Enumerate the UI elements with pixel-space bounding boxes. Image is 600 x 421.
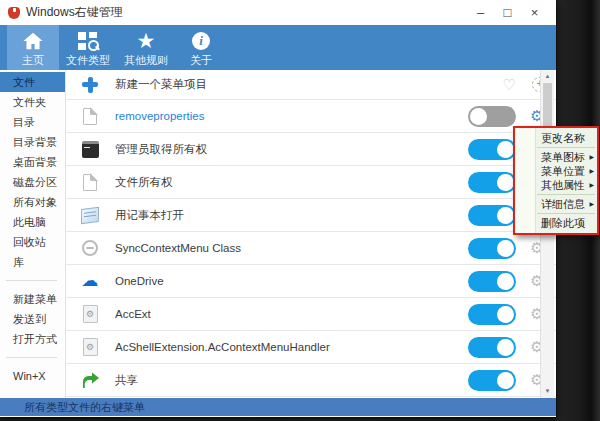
toggle-acshellextension[interactable] <box>468 337 516 358</box>
status-bar: 所有类型文件的右键菜单 <box>0 398 556 416</box>
sidebar-item-new-menu[interactable]: 新建菜单 <box>0 289 65 309</box>
share-icon <box>80 370 100 390</box>
sidebar-item-folders[interactable]: 文件夹 <box>0 92 65 112</box>
list-item-open-with-notepad: 用记事本打开 ⚙ <box>66 199 556 232</box>
toggle-onedrive[interactable] <box>468 271 516 292</box>
list-item-label: 管理员取得所有权 <box>115 142 207 157</box>
app-logo-icon <box>8 7 20 19</box>
toggle-file-ownership[interactable] <box>468 172 516 193</box>
list-item-file-ownership: 文件所有权 ⚙ <box>66 166 556 199</box>
sidebar-item-disk-partition[interactable]: 磁盘分区 <box>0 172 65 192</box>
menu-separator <box>537 194 595 195</box>
sidebar-item-open-with[interactable]: 打开方式 <box>0 329 65 349</box>
list-item-label: SyncContextMenu Class <box>115 242 241 254</box>
toggle-open-with-notepad[interactable] <box>468 205 516 226</box>
list-item-label: AccExt <box>115 308 151 320</box>
context-menu-inner: 更改名称 菜单图标 ▶ 菜单位置 ▶ 其他属性 ▶ 详细信息 ▶ 删除此项 <box>515 128 597 233</box>
star-icon: ★ <box>117 29 175 52</box>
toggle-accext[interactable] <box>468 304 516 325</box>
list-item-onedrive: ☁ OneDrive ⚙ <box>66 265 556 298</box>
app-body: 文件 文件夹 目录 目录背景 桌面背景 磁盘分区 所有对象 此电脑 回收站 库 … <box>0 70 556 398</box>
sidebar-item-directory[interactable]: 目录 <box>0 112 65 132</box>
menu-separator <box>537 213 595 214</box>
favorite-heart-icon[interactable]: ♡ <box>503 77 516 93</box>
sidebar-item-recycle-bin[interactable]: 回收站 <box>0 232 65 252</box>
close-button[interactable]: × <box>521 0 548 25</box>
file-types-icon <box>59 29 117 52</box>
list-item-label: 用记事本打开 <box>115 208 184 223</box>
menu-separator <box>537 147 595 148</box>
extension-icon: ⚙ <box>80 304 100 324</box>
menu-item-menu-position[interactable]: 菜单位置 ▶ <box>515 164 597 178</box>
list-item-acshellextension: ⚙ AcShellExtension.AcContextMenuHandler … <box>66 331 556 364</box>
sidebar-item-all-objects[interactable]: 所有对象 <box>0 192 65 212</box>
list-item-accext: ⚙ AccExt ⚙ <box>66 298 556 331</box>
document-icon <box>80 106 100 126</box>
info-icon: i <box>175 29 227 52</box>
window-controls: – □ × <box>467 0 548 25</box>
main-toolbar: 主页 文件类型 ★ 其他规则 i 关于 <box>0 25 556 70</box>
sidebar-item-send-to[interactable]: 发送到 <box>0 309 65 329</box>
scroll-up-icon[interactable]: ▲ <box>541 70 554 83</box>
sidebar-divider <box>6 357 57 358</box>
list-item-take-ownership: 管理员取得所有权 ⚙ <box>66 133 556 166</box>
tab-home[interactable]: 主页 <box>7 25 59 70</box>
menu-item-label: 菜单位置 <box>541 165 585 177</box>
tab-home-label: 主页 <box>7 53 59 68</box>
menu-item-label: 其他属性 <box>541 179 585 191</box>
sidebar-item-directory-background[interactable]: 目录背景 <box>0 132 65 152</box>
onedrive-cloud-icon: ☁ <box>80 271 100 291</box>
app-window: Windows右键管理 – □ × 主页 文件类型 ★ 其他规则 i 关于 <box>0 0 556 417</box>
item-context-menu: 更改名称 菜单图标 ▶ 菜单位置 ▶ 其他属性 ▶ 详细信息 ▶ 删除此项 <box>513 126 599 235</box>
sidebar-item-win-x[interactable]: Win+X <box>0 366 65 386</box>
tab-file-types[interactable]: 文件类型 <box>59 25 117 70</box>
blocked-icon <box>80 238 100 258</box>
submenu-arrow-icon: ▶ <box>589 150 594 164</box>
tab-other-rules-label: 其他规则 <box>117 53 175 68</box>
extension-icon: ⚙ <box>80 337 100 357</box>
submenu-arrow-icon: ▶ <box>589 164 594 178</box>
menu-item-menu-icon[interactable]: 菜单图标 ▶ <box>515 150 597 164</box>
menu-item-delete[interactable]: 删除此项 <box>515 216 597 230</box>
list-item-label: AcShellExtension.AcContextMenuHandler <box>115 341 330 353</box>
sidebar-item-files[interactable]: 文件 <box>0 72 65 92</box>
tab-about[interactable]: i 关于 <box>175 25 227 70</box>
list-item-label: 文件所有权 <box>115 175 173 190</box>
list-item-label: 共享 <box>115 373 138 388</box>
menu-item-list: 新建一个菜单项目 ♡ + removeproperties ⚙ 管理员取得所有权… <box>66 70 556 398</box>
list-item-removeproperties: removeproperties ⚙ <box>66 100 556 133</box>
minimize-button[interactable]: – <box>467 0 494 25</box>
list-item-label[interactable]: removeproperties <box>115 110 204 122</box>
toggle-synccontextmenu[interactable] <box>468 238 516 259</box>
sidebar-item-library[interactable]: 库 <box>0 252 65 272</box>
menu-item-other-properties[interactable]: 其他属性 ▶ <box>515 178 597 192</box>
title-bar: Windows右键管理 – □ × <box>0 0 556 25</box>
add-icon <box>80 75 100 95</box>
document-icon <box>80 172 100 192</box>
sidebar-item-this-pc[interactable]: 此电脑 <box>0 212 65 232</box>
list-item-label: OneDrive <box>115 275 164 287</box>
maximize-button[interactable]: □ <box>494 0 521 25</box>
menu-item-label: 详细信息 <box>541 198 585 210</box>
menu-item-rename[interactable]: 更改名称 <box>515 131 597 145</box>
submenu-arrow-icon: ▶ <box>589 197 594 211</box>
scroll-down-icon[interactable]: ▼ <box>541 385 554 398</box>
list-item-add-new[interactable]: 新建一个菜单项目 ♡ + <box>66 70 556 100</box>
list-item-share: 共享 ⚙ <box>66 364 556 397</box>
cmd-icon <box>80 139 100 159</box>
sidebar: 文件 文件夹 目录 目录背景 桌面背景 磁盘分区 所有对象 此电脑 回收站 库 … <box>0 70 66 398</box>
menu-item-details[interactable]: 详细信息 ▶ <box>515 197 597 211</box>
sidebar-divider <box>6 280 57 281</box>
status-text: 所有类型文件的右键菜单 <box>0 398 556 416</box>
menu-item-label: 更改名称 <box>541 132 585 144</box>
tab-file-types-label: 文件类型 <box>59 53 117 68</box>
tab-about-label: 关于 <box>175 53 227 68</box>
tab-other-rules[interactable]: ★ 其他规则 <box>117 25 175 70</box>
toggle-share[interactable] <box>468 370 516 391</box>
list-item-synccontextmenu: SyncContextMenu Class ⚙ <box>66 232 556 265</box>
sidebar-item-desktop-background[interactable]: 桌面背景 <box>0 152 65 172</box>
toggle-take-ownership[interactable] <box>468 139 516 160</box>
menu-item-label: 菜单图标 <box>541 151 585 163</box>
menu-item-label: 删除此项 <box>541 217 585 229</box>
toggle-removeproperties[interactable] <box>468 106 516 127</box>
